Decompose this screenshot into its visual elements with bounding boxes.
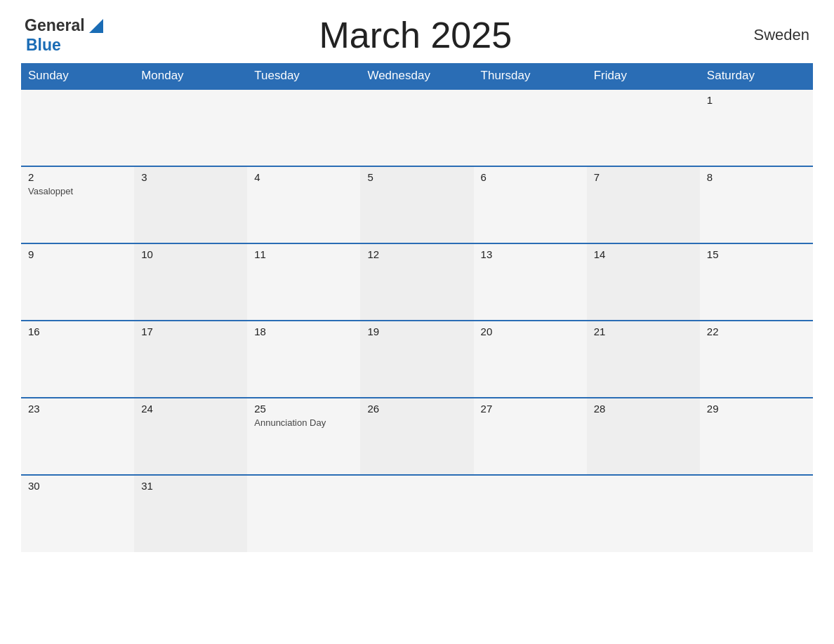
calendar-table: Sunday Monday Tuesday Wednesday Thursday…: [21, 63, 813, 552]
day-number: 16: [28, 326, 127, 337]
calendar-day: 25Annunciation Day: [247, 398, 360, 475]
calendar-week-row: 232425Annunciation Day26272829: [21, 398, 813, 475]
calendar-day: 14: [587, 243, 700, 321]
day-number: 5: [367, 171, 466, 183]
calendar-day: 12: [360, 243, 473, 321]
day-number: 18: [254, 326, 353, 337]
calendar-day: [360, 89, 473, 166]
day-number: 24: [141, 403, 240, 415]
calendar-day: 8: [700, 166, 813, 243]
calendar-day: 7: [587, 166, 700, 243]
calendar-day: 18: [247, 321, 360, 398]
calendar-day: [247, 89, 360, 166]
day-number: 12: [367, 248, 466, 260]
day-number: 25: [254, 403, 353, 415]
day-number: 8: [707, 171, 806, 183]
svg-marker-0: [89, 19, 103, 33]
calendar-day: 13: [474, 243, 587, 321]
calendar-day: 30: [21, 475, 134, 552]
calendar-day: 10: [134, 243, 247, 321]
day-number: 7: [594, 171, 693, 183]
header-thursday: Thursday: [474, 63, 587, 89]
header-monday: Monday: [134, 63, 247, 89]
page-title: March 2025: [106, 14, 725, 56]
calendar-week-row: 2Vasaloppet345678: [21, 166, 813, 243]
calendar-day: 3: [134, 166, 247, 243]
calendar-day: 2Vasaloppet: [21, 166, 134, 243]
calendar-day: 4: [247, 166, 360, 243]
calendar-day: [134, 89, 247, 166]
calendar-day: [21, 89, 134, 166]
event-label: Annunciation Day: [254, 417, 353, 428]
calendar-day: 9: [21, 243, 134, 321]
day-number: 17: [141, 326, 240, 337]
calendar-day: 17: [134, 321, 247, 398]
day-number: 9: [28, 248, 127, 260]
calendar-day: 23: [21, 398, 134, 475]
calendar-day: 15: [700, 243, 813, 321]
day-number: 21: [594, 326, 693, 337]
calendar-week-row: 9101112131415: [21, 243, 813, 321]
calendar-day: 27: [474, 398, 587, 475]
day-number: 20: [481, 326, 580, 337]
header-wednesday: Wednesday: [360, 63, 473, 89]
calendar-day: 16: [21, 321, 134, 398]
day-number: 14: [594, 248, 693, 260]
calendar-day: 19: [360, 321, 473, 398]
day-number: 6: [481, 171, 580, 183]
calendar-day: 1: [700, 89, 813, 166]
logo-blue-text: Blue: [26, 36, 61, 55]
calendar-week-row: 16171819202122: [21, 321, 813, 398]
day-number: 10: [141, 248, 240, 260]
calendar-week-row: 1: [21, 89, 813, 166]
day-number: 28: [594, 403, 693, 415]
header-sunday: Sunday: [21, 63, 134, 89]
logo-triangle-icon: [86, 16, 106, 36]
page-header: General Blue March 2025 Sweden: [21, 14, 813, 56]
day-number: 31: [141, 480, 240, 492]
country-label: Sweden: [725, 26, 809, 44]
weekday-header-row: Sunday Monday Tuesday Wednesday Thursday…: [21, 63, 813, 89]
day-number: 29: [707, 403, 806, 415]
day-number: 1: [707, 94, 806, 106]
day-number: 15: [707, 248, 806, 260]
calendar-day: [587, 89, 700, 166]
day-number: 4: [254, 171, 353, 183]
calendar-day: 20: [474, 321, 587, 398]
day-number: 23: [28, 403, 127, 415]
calendar-day: 28: [587, 398, 700, 475]
logo: General Blue: [25, 16, 106, 55]
header-saturday: Saturday: [700, 63, 813, 89]
day-number: 13: [481, 248, 580, 260]
calendar-day: 6: [474, 166, 587, 243]
calendar-day: 29: [700, 398, 813, 475]
calendar-day: [474, 475, 587, 552]
event-label: Vasaloppet: [28, 186, 127, 196]
calendar-day: 31: [134, 475, 247, 552]
day-number: 26: [367, 403, 466, 415]
calendar-day: 11: [247, 243, 360, 321]
calendar-day: [700, 475, 813, 552]
header-tuesday: Tuesday: [247, 63, 360, 89]
calendar-day: [360, 475, 473, 552]
calendar-day: [587, 475, 700, 552]
calendar-day: [474, 89, 587, 166]
day-number: 3: [141, 171, 240, 183]
calendar-day: [247, 475, 360, 552]
calendar-day: 24: [134, 398, 247, 475]
calendar-day: 22: [700, 321, 813, 398]
day-number: 19: [367, 326, 466, 337]
day-number: 11: [254, 248, 353, 260]
day-number: 30: [28, 480, 127, 492]
calendar-day: 26: [360, 398, 473, 475]
calendar-page: General Blue March 2025 Sweden Sunday Mo…: [0, 0, 834, 644]
day-number: 2: [28, 171, 127, 183]
logo-general-text: General: [25, 16, 85, 35]
calendar-day: 21: [587, 321, 700, 398]
calendar-week-row: 3031: [21, 475, 813, 552]
calendar-day: 5: [360, 166, 473, 243]
header-friday: Friday: [587, 63, 700, 89]
day-number: 22: [707, 326, 806, 337]
day-number: 27: [481, 403, 580, 415]
